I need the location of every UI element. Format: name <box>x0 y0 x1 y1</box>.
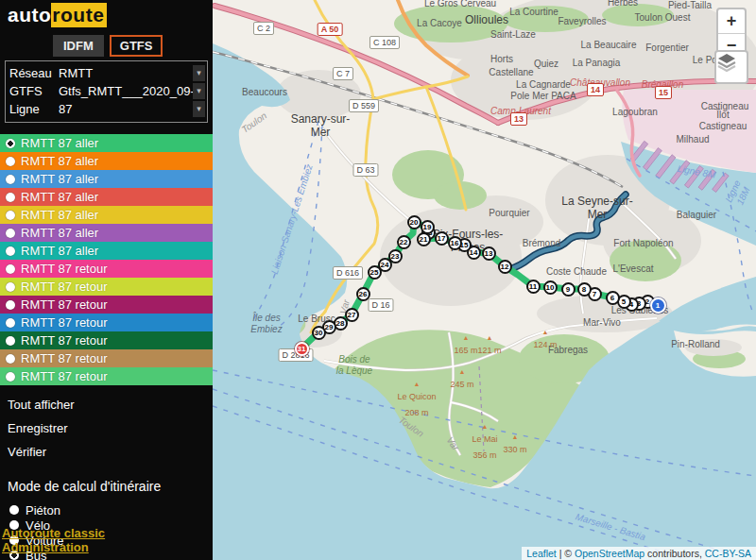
stop-marker-16[interactable]: 16 <box>448 236 462 250</box>
route-label: RMTT 87 aller <box>21 226 98 240</box>
route-label: RMTT 87 retour <box>21 333 108 348</box>
stop-marker-20[interactable]: 20 <box>407 215 421 229</box>
attribution-link[interactable]: OpenStreetMap <box>575 548 644 559</box>
route-label: RMTT 87 aller <box>21 136 98 150</box>
route-radio[interactable] <box>6 282 15 292</box>
tab-gtfs[interactable]: GTFS <box>110 35 163 57</box>
route-option-3[interactable]: RMTT 87 aller <box>0 170 213 188</box>
stop-marker-1[interactable]: 1 <box>650 297 666 314</box>
stop-marker-11[interactable]: 11 <box>526 280 541 294</box>
route-option-6[interactable]: RMTT 87 aller <box>0 224 213 242</box>
route-option-8[interactable]: RMTT 87 retour <box>0 260 213 278</box>
route-label: RMTT 87 retour <box>21 262 108 276</box>
action-vérifier[interactable]: Vérifier <box>8 445 213 459</box>
route-option-12[interactable]: RMTT 87 retour <box>0 331 213 349</box>
stop-marker-17[interactable]: 17 <box>435 231 449 246</box>
route-option-9[interactable]: RMTT 87 retour <box>0 278 213 296</box>
mode-label: Piéton <box>26 503 60 518</box>
stop-marker-21[interactable]: 21 <box>417 232 431 246</box>
sidebar: autoroute IDFMGTFS RéseauRMTT▾GTFSGtfs_R… <box>0 0 213 560</box>
route-label: RMTT 87 aller <box>21 154 98 168</box>
field-label: GTFS <box>9 84 59 98</box>
footer-links: Autoroute classicAdministration <box>2 526 105 554</box>
route-list: RMTT 87 allerRMTT 87 allerRMTT 87 allerR… <box>0 134 213 385</box>
attribution-link[interactable]: Leaflet <box>526 548 557 559</box>
attribution-text: | © <box>557 548 575 559</box>
stop-marker-31[interactable]: 31 <box>295 342 309 356</box>
stop-marker-9[interactable]: 9 <box>561 282 576 297</box>
route-radio[interactable] <box>6 264 15 274</box>
form-row-gtfs: GTFSGtfs_RMTT___2020_09-02▾ <box>9 82 205 100</box>
route-radio[interactable] <box>6 229 15 238</box>
route-label: RMTT 87 aller <box>21 244 98 258</box>
sidebar-actions: Tout afficherEnregistrerVérifier <box>8 398 213 459</box>
réseau-select[interactable]: RMTT <box>59 66 193 80</box>
route-label: RMTT 87 retour <box>21 280 108 294</box>
form-row-réseau: RéseauRMTT▾ <box>9 64 205 82</box>
stop-marker-26[interactable]: 26 <box>356 287 370 301</box>
stop-marker-25[interactable]: 25 <box>368 265 382 280</box>
route-label: RMTT 87 retour <box>21 369 108 383</box>
action-enregistrer[interactable]: Enregistrer <box>8 421 213 435</box>
chevron-down-icon[interactable]: ▾ <box>193 83 205 99</box>
mode-radio[interactable] <box>9 505 19 515</box>
zoom-in-button[interactable]: + <box>718 9 745 34</box>
layers-control[interactable] <box>714 50 748 84</box>
route-radio[interactable] <box>6 211 15 220</box>
route-radio[interactable] <box>6 300 15 310</box>
route-radio[interactable] <box>6 246 15 256</box>
stop-marker-12[interactable]: 12 <box>498 260 512 274</box>
map-canvas[interactable]: Sanary-sur- MerLa Seyne-sur- MerSix-Four… <box>213 0 756 560</box>
link-autoroute-classic[interactable]: Autoroute classic <box>2 526 105 540</box>
attribution-link[interactable]: CC-BY-SA <box>705 548 751 559</box>
route-option-4[interactable]: RMTT 87 aller <box>0 188 213 206</box>
route-label: RMTT 87 aller <box>21 190 98 204</box>
app-logo: autoroute <box>8 4 107 26</box>
route-label: RMTT 87 retour <box>21 351 108 365</box>
route-option-13[interactable]: RMTT 87 retour <box>0 349 213 367</box>
route-label: RMTT 87 retour <box>21 315 108 330</box>
route-label: RMTT 87 retour <box>21 297 108 312</box>
gtfs-form: RéseauRMTT▾GTFSGtfs_RMTT___2020_09-02▾Li… <box>5 60 208 123</box>
route-option-7[interactable]: RMTT 87 aller <box>0 242 213 260</box>
route-radio[interactable] <box>6 157 15 166</box>
mode-title: Mode de calcul d'itinéraire <box>8 479 213 494</box>
stop-marker-8[interactable]: 8 <box>577 282 592 297</box>
route-radio[interactable] <box>6 354 15 364</box>
link-administration[interactable]: Administration <box>2 540 105 554</box>
form-row-ligne: Ligne87▾ <box>9 100 205 118</box>
tab-idfm[interactable]: IDFM <box>53 35 104 57</box>
chevron-down-icon[interactable]: ▾ <box>193 101 205 117</box>
stop-marker-13[interactable]: 13 <box>482 246 496 261</box>
layers-icon <box>716 52 737 73</box>
map-base-layers <box>213 0 756 560</box>
route-radio[interactable] <box>6 336 15 346</box>
stop-marker-22[interactable]: 22 <box>397 235 411 249</box>
mode-option-pi-ton[interactable]: Piéton <box>9 502 213 518</box>
route-radio[interactable] <box>6 175 15 184</box>
map-attribution: Leaflet | © OpenStreetMap contributors, … <box>522 547 756 560</box>
ligne-select[interactable]: 87 <box>59 102 193 116</box>
tab-bar: IDFMGTFS <box>53 35 213 57</box>
route-option-14[interactable]: RMTT 87 retour <box>0 367 213 385</box>
action-tout-afficher[interactable]: Tout afficher <box>8 398 213 412</box>
route-radio[interactable] <box>6 193 15 202</box>
field-label: Réseau <box>9 66 59 80</box>
stop-marker-6[interactable]: 6 <box>606 291 620 305</box>
gtfs-select[interactable]: Gtfs_RMTT___2020_09-02 <box>59 84 193 98</box>
field-label: Ligne <box>9 102 59 116</box>
autoroute-app: autoroute IDFMGTFS RéseauRMTT▾GTFSGtfs_R… <box>0 0 756 560</box>
route-option-11[interactable]: RMTT 87 retour <box>0 314 213 331</box>
route-option-2[interactable]: RMTT 87 aller <box>0 152 213 170</box>
route-option-5[interactable]: RMTT 87 aller <box>0 206 213 224</box>
route-option-1[interactable]: RMTT 87 aller <box>0 134 213 152</box>
stop-marker-30[interactable]: 30 <box>312 326 326 340</box>
route-radio[interactable] <box>6 318 15 328</box>
route-option-10[interactable]: RMTT 87 retour <box>0 296 213 314</box>
route-label: RMTT 87 aller <box>21 208 98 222</box>
route-radio[interactable] <box>6 139 15 148</box>
stop-marker-10[interactable]: 10 <box>543 280 558 295</box>
chevron-down-icon[interactable]: ▾ <box>193 65 205 81</box>
logo-auto: auto <box>8 4 51 25</box>
route-radio[interactable] <box>6 372 15 382</box>
